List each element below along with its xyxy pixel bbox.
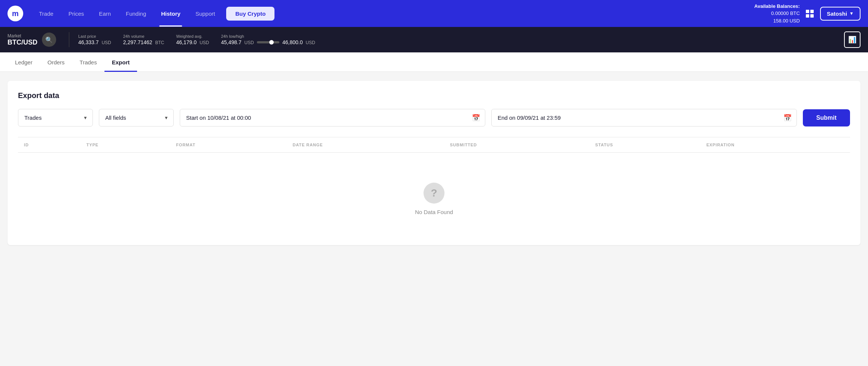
empty-icon: ?	[424, 183, 444, 204]
export-title: Export data	[18, 91, 850, 100]
volume-stat: 24h volume 2,297.71462 BTC	[123, 34, 164, 45]
start-date-input[interactable]	[180, 109, 485, 126]
export-card: Export data Trades ▼ All fields ▼ 📅	[7, 81, 861, 245]
type-select[interactable]: Trades	[18, 109, 93, 126]
col-type: TYPE	[81, 137, 170, 153]
user-label: Satoshi	[827, 10, 847, 17]
range-dot	[269, 40, 274, 45]
market-label: Market	[7, 33, 37, 39]
market-info-text: Market BTC/USD	[7, 33, 37, 46]
chart-icon: 📊	[848, 36, 856, 44]
chart-button[interactable]: 📊	[844, 31, 861, 48]
col-date-range: DATE RANGE	[287, 137, 444, 153]
main-content: Export data Trades ▼ All fields ▼ 📅	[0, 72, 868, 296]
range-track	[257, 41, 279, 43]
nav-links: Trade Prices Earn Funding History Suppor…	[32, 7, 747, 21]
low-high-label: 24h low/high	[221, 34, 315, 39]
market-info: Market BTC/USD 🔍	[7, 33, 60, 47]
nav-prices[interactable]: Prices	[62, 7, 91, 20]
high-value: 46,800.0 USD	[282, 39, 315, 45]
col-format: FORMAT	[170, 137, 286, 153]
low-high-range: 45,498.7 USD 46,800.0 USD	[221, 39, 315, 45]
last-price-label: Last price	[78, 34, 111, 39]
export-controls: Trades ▼ All fields ▼ 📅 📅 Submit	[18, 109, 850, 137]
col-submitted: SUBMITTED	[444, 137, 589, 153]
end-date-wrap: 📅	[491, 109, 797, 126]
chevron-down-icon: ▼	[849, 11, 854, 16]
submit-button[interactable]: Submit	[803, 109, 850, 126]
balances-label: Available Balances:	[754, 3, 800, 10]
market-stats: Last price 46,333.7 USD 24h volume 2,297…	[78, 34, 844, 45]
empty-text: No Data Found	[415, 209, 453, 215]
low-value: 45,498.7 USD	[221, 39, 254, 45]
volume-value: 2,297.71462 BTC	[123, 39, 164, 45]
last-price-stat: Last price 46,333.7 USD	[78, 34, 111, 45]
col-status: STATUS	[589, 137, 701, 153]
weighted-stat: Weighted avg. 46,179.0 USD	[176, 34, 209, 45]
nav-earn[interactable]: Earn	[92, 7, 118, 20]
weighted-label: Weighted avg.	[176, 34, 209, 39]
market-bar: Market BTC/USD 🔍 Last price 46,333.7 USD…	[0, 27, 868, 52]
market-pair: BTC/USD	[7, 39, 37, 46]
nav-funding[interactable]: Funding	[119, 7, 153, 20]
end-date-input[interactable]	[491, 109, 797, 126]
top-nav: m Trade Prices Earn Funding History Supp…	[0, 0, 868, 27]
type-select-wrap: Trades ▼	[18, 109, 93, 126]
col-expiration: EXPIRATION	[700, 137, 850, 153]
nav-right: Available Balances: 0.00000 BTC 158.00 U…	[754, 3, 861, 25]
empty-state: ? No Data Found	[18, 153, 850, 245]
col-id: ID	[18, 137, 81, 153]
table-header-row: ID TYPE FORMAT DATE RANGE SUBMITTED STAT…	[18, 137, 850, 153]
tab-export[interactable]: Export	[104, 52, 137, 72]
balance-usd: 158.00 USD	[754, 17, 800, 25]
market-divider	[69, 32, 69, 47]
weighted-value: 46,179.0 USD	[176, 39, 209, 45]
balance-btc: 0.00000 BTC	[754, 10, 800, 17]
last-price-value: 46,333.7 USD	[78, 39, 111, 45]
tab-trades[interactable]: Trades	[72, 52, 104, 72]
nav-history[interactable]: History	[154, 7, 187, 20]
start-date-wrap: 📅	[180, 109, 485, 126]
user-menu-button[interactable]: Satoshi ▼	[820, 7, 861, 21]
grid-icon[interactable]	[806, 10, 814, 18]
volume-label: 24h volume	[123, 34, 164, 39]
low-high-stat: 24h low/high 45,498.7 USD 46,800.0 USD	[221, 34, 315, 45]
search-icon[interactable]: 🔍	[42, 33, 56, 47]
logo-icon: m	[7, 6, 23, 21]
logo[interactable]: m	[7, 6, 23, 21]
buy-crypto-button[interactable]: Buy Crypto	[226, 7, 274, 21]
history-tabs: Ledger Orders Trades Export	[0, 52, 868, 72]
tab-orders[interactable]: Orders	[40, 52, 72, 72]
fields-select-wrap: All fields ▼	[99, 109, 174, 126]
nav-support[interactable]: Support	[189, 7, 222, 20]
fields-select[interactable]: All fields	[99, 109, 174, 126]
tab-ledger[interactable]: Ledger	[7, 52, 40, 72]
nav-trade[interactable]: Trade	[32, 7, 60, 20]
balances-display: Available Balances: 0.00000 BTC 158.00 U…	[754, 3, 800, 25]
export-table: ID TYPE FORMAT DATE RANGE SUBMITTED STAT…	[18, 137, 850, 245]
